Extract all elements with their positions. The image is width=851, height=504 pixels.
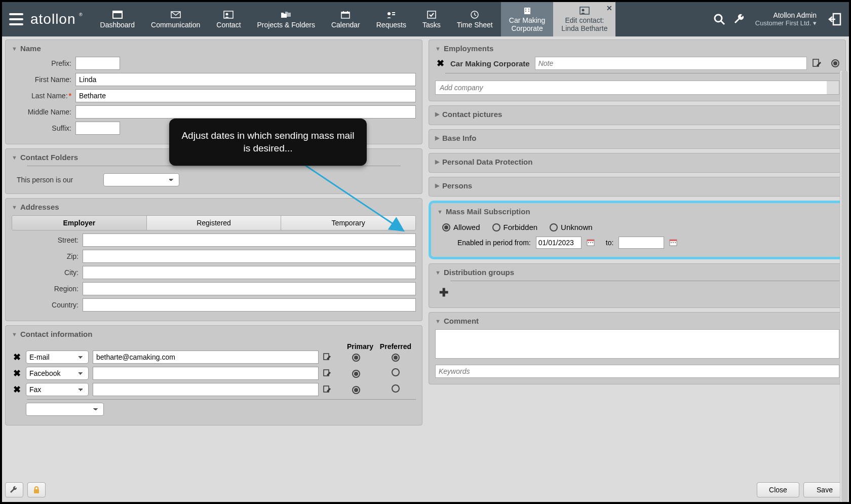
edit-row-icon[interactable] [323, 369, 337, 378]
edit-row-icon[interactable] [323, 385, 337, 394]
brand-logo[interactable]: atollon® [30, 11, 83, 27]
delete-row-icon[interactable]: ✖ [12, 368, 22, 379]
panel-header-comment[interactable]: ▼Comment [435, 317, 839, 325]
tab-car-making[interactable]: Car MakingCorporate [501, 2, 554, 36]
panel-header-pdp[interactable]: ▶Personal Data Protection [435, 158, 839, 166]
user-menu[interactable]: Atollon Admin Customer First Ltd. ▾ [752, 12, 820, 27]
radio-employment-primary[interactable] [831, 59, 839, 67]
select-contact-type[interactable]: Facebook [26, 367, 89, 380]
input-last-name[interactable] [75, 89, 416, 102]
scrollbar[interactable] [840, 71, 849, 502]
brand-text: atollon [30, 11, 76, 27]
input-add-company[interactable] [435, 81, 839, 95]
input-region[interactable] [83, 282, 416, 295]
close-button[interactable]: Close [757, 482, 799, 497]
left-column: ▼Name Prefix: First Name: Last Name:* Mi… [2, 36, 426, 502]
label-country: Country: [12, 301, 83, 309]
tab-edit-contact[interactable]: ✕ Edit contact:Linda Betharte [553, 2, 615, 36]
panel-header-base-info[interactable]: ▶Base Info [435, 134, 839, 142]
panel-header-mass-mail[interactable]: ▼Mass Mail Subscription [437, 207, 837, 216]
input-street[interactable] [83, 234, 416, 247]
panel-employments: ▼Employments ✖ Car Making Corporate [429, 40, 846, 101]
close-tab-icon[interactable]: ✕ [606, 4, 612, 12]
panel-title: Distribution groups [444, 268, 514, 277]
contact-card-icon [223, 10, 234, 19]
radio-unknown[interactable]: Unknown [550, 223, 593, 231]
panel-title: Personal Data Protection [442, 158, 532, 166]
search-icon[interactable] [712, 12, 727, 27]
svg-rect-33 [673, 242, 674, 243]
panel-header-employments[interactable]: ▼Employments [435, 44, 839, 53]
input-contact-value[interactable] [93, 367, 319, 380]
nav-projects[interactable]: Projects & Folders [249, 2, 323, 36]
radio-primary[interactable] [352, 386, 360, 394]
nav-dashboard[interactable]: Dashboard [92, 2, 143, 36]
menu-hamburger[interactable] [6, 9, 26, 29]
radio-preferred[interactable] [392, 384, 400, 393]
input-zip[interactable] [83, 250, 416, 263]
panel-header-distribution[interactable]: ▼Distribution groups [435, 268, 839, 277]
nav-communication[interactable]: Communication [143, 2, 208, 36]
panel-header-contact-info[interactable]: ▼Contact information [12, 330, 416, 338]
input-employment-note[interactable] [535, 57, 807, 70]
label-zip: Zip: [12, 252, 83, 260]
calendar-picker-icon[interactable] [669, 238, 678, 247]
input-keywords[interactable] [435, 365, 839, 378]
delete-employment-icon[interactable]: ✖ [435, 58, 445, 69]
radio-primary[interactable] [352, 354, 360, 362]
panel-header-pictures[interactable]: ▶Contact pictures [435, 110, 839, 119]
select-contact-type[interactable]: Fax [26, 383, 89, 396]
logout-icon[interactable] [825, 9, 845, 29]
edit-employment-icon[interactable] [812, 58, 826, 68]
input-city[interactable] [83, 266, 416, 279]
lock-button[interactable] [27, 482, 46, 497]
input-country[interactable] [83, 298, 416, 312]
tab-temporary[interactable]: Temporary [281, 216, 415, 230]
radio-primary[interactable] [352, 370, 360, 378]
input-middle-name[interactable] [75, 105, 416, 119]
input-suffix[interactable] [75, 122, 120, 135]
textarea-comment[interactable] [435, 329, 839, 359]
radio-preferred[interactable] [392, 368, 400, 376]
select-contact-type[interactable]: E-mail [26, 351, 89, 364]
radio-preferred[interactable] [392, 354, 400, 362]
panel-header-persons[interactable]: ▶Persons [435, 181, 839, 190]
delete-row-icon[interactable]: ✖ [12, 384, 22, 395]
panel-header-name[interactable]: ▼Name [12, 44, 416, 53]
select-add-contact-type[interactable] [26, 403, 104, 416]
input-contact-value[interactable] [93, 351, 319, 364]
input-prefix[interactable] [75, 57, 120, 70]
svg-rect-6 [341, 12, 350, 14]
nav-label: Contact [216, 21, 241, 29]
panel-title: Base Info [442, 134, 477, 142]
input-date-to[interactable] [618, 237, 664, 249]
tab-registered[interactable]: Registered [147, 216, 282, 230]
nav-contact[interactable]: Contact [208, 2, 249, 36]
nav-timesheet[interactable]: Time Sheet [449, 2, 501, 36]
label-period-from: Enabled in period from: [457, 239, 531, 247]
nav-calendar[interactable]: Calendar [323, 2, 368, 36]
radio-allowed[interactable]: Allowed [442, 223, 480, 231]
panel-title: Contact pictures [442, 110, 502, 119]
input-first-name[interactable] [75, 73, 416, 86]
nav-tasks[interactable]: Tasks [414, 2, 449, 36]
input-date-from[interactable] [536, 237, 582, 249]
panel-header-addresses[interactable]: ▼Addresses [12, 203, 416, 211]
settings-wrench-icon[interactable] [732, 12, 747, 27]
tab-employer[interactable]: Employer [12, 216, 147, 230]
nav-label: Time Sheet [457, 21, 493, 29]
radio-forbidden[interactable]: Forbidden [492, 223, 538, 231]
contact-card-icon [579, 6, 590, 15]
calendar-picker-icon[interactable] [587, 238, 596, 247]
select-person-type[interactable] [103, 173, 179, 186]
input-contact-value[interactable] [93, 383, 319, 396]
add-distribution-group-button[interactable]: ✚ [435, 284, 839, 301]
contact-row: ✖ Facebook [12, 367, 416, 380]
nav-requests[interactable]: Requests [368, 2, 414, 36]
expand-icon: ▶ [435, 135, 439, 141]
tools-button[interactable] [5, 482, 23, 497]
footer-bar: Close Save [5, 481, 846, 499]
edit-row-icon[interactable] [323, 353, 337, 362]
delete-row-icon[interactable]: ✖ [12, 352, 22, 363]
collapse-icon: ▼ [12, 46, 17, 52]
